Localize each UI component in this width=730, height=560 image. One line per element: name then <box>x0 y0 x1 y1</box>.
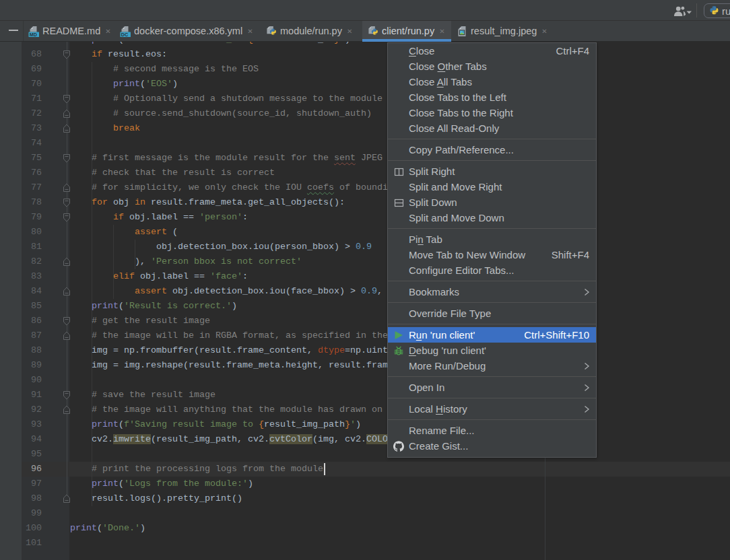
svg-text:MD: MD <box>30 31 37 36</box>
svg-text:DC: DC <box>121 31 128 36</box>
